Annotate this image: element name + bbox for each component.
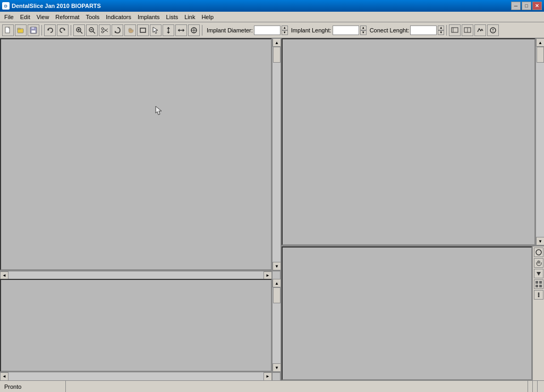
menu-indicators[interactable]: Indicators (103, 13, 134, 21)
svg-rect-2 (18, 28, 20, 29)
new-button[interactable] (2, 24, 14, 36)
tr-scrollbar-v-thumb[interactable] (537, 47, 544, 63)
close-button[interactable]: ✕ (532, 2, 542, 10)
implant-diameter-input[interactable] (254, 25, 280, 35)
svg-marker-40 (537, 272, 541, 276)
menu-edit[interactable]: Edit (17, 13, 33, 21)
tool-down-btn[interactable] (534, 269, 543, 278)
scrollbar-v-thumb[interactable] (273, 47, 280, 63)
select-h-button[interactable] (175, 24, 187, 36)
bl-scrollbar-down-btn[interactable]: ▼ (273, 363, 281, 372)
tool-hand2-btn[interactable] (534, 258, 543, 268)
svg-marker-21 (153, 27, 158, 33)
svg-line-9 (80, 31, 82, 33)
svg-point-47 (538, 296, 539, 297)
top-left-scrollbar-v: ▲ ▼ (272, 38, 280, 270)
status-section-2 (523, 381, 528, 392)
undo-button[interactable] (44, 24, 56, 36)
menu-reformat[interactable]: Reformat (52, 13, 82, 21)
connect-length-input[interactable] (410, 25, 437, 35)
restore-button[interactable]: □ (522, 2, 531, 10)
title-bar-buttons: ─ □ ✕ (511, 2, 542, 10)
top-right-area: ▲ ▼ (282, 38, 544, 246)
hand-button[interactable] (124, 24, 136, 36)
bl-scrollbar-left-btn[interactable]: ◄ (0, 372, 8, 381)
main-content: ▲ ▼ ◄ ► ▲ (0, 38, 544, 380)
connect-length-spin[interactable]: ▲ ▼ (438, 25, 444, 35)
svg-marker-24 (167, 32, 170, 33)
menu-help[interactable]: Help (198, 13, 217, 21)
menu-lists[interactable]: Lists (163, 13, 182, 21)
zoom-in-button[interactable] (73, 24, 85, 36)
redo-button[interactable] (57, 24, 69, 36)
tool-extra-button[interactable] (188, 24, 200, 36)
status-text: Pronto (2, 381, 66, 392)
select-v-button[interactable] (163, 24, 174, 36)
open-button[interactable] (15, 24, 27, 36)
connect-length-up[interactable]: ▲ (438, 25, 444, 30)
svg-rect-20 (140, 28, 146, 32)
toolbar-icon-4[interactable] (487, 24, 499, 36)
menu-file[interactable]: File (1, 13, 17, 21)
implant-length-input[interactable] (333, 25, 359, 35)
implant-length-down[interactable]: ▼ (360, 30, 367, 35)
left-panel: ▲ ▼ ◄ ► ▲ (0, 38, 282, 380)
bl-scrollbar-v-track (273, 287, 280, 363)
rectangle-button[interactable] (137, 24, 149, 36)
toolbar-sep-3 (202, 25, 202, 36)
svg-rect-31 (452, 28, 458, 32)
tool-dot-btn[interactable] (534, 290, 543, 300)
connect-length-down[interactable]: ▼ (438, 30, 444, 35)
scrollbar-down-btn[interactable]: ▼ (273, 262, 281, 270)
tr-scrollbar-up-btn[interactable]: ▲ (536, 38, 544, 47)
implant-length-label: Implant Lenght: (291, 27, 332, 33)
scrollbar-up-btn[interactable]: ▲ (273, 38, 281, 47)
save-button[interactable] (28, 24, 39, 36)
implant-length-spin[interactable]: ▲ ▼ (360, 25, 367, 35)
scissors-button[interactable] (99, 24, 110, 36)
right-panel: ▲ ▼ (282, 38, 544, 380)
menu-view[interactable]: View (33, 13, 53, 21)
top-left-scrollbar-h: ◄ ► (0, 271, 272, 279)
minimize-button[interactable]: ─ (511, 2, 521, 10)
pointer-button[interactable] (150, 24, 162, 36)
implant-diameter-spin[interactable]: ▲ ▼ (282, 25, 288, 35)
bl-scrollbar-up-btn[interactable]: ▲ (273, 279, 281, 287)
status-section-4 (533, 381, 538, 392)
svg-point-16 (101, 31, 104, 33)
top-right-viewport[interactable] (282, 38, 536, 245)
bottom-right-viewport[interactable] (282, 246, 532, 380)
implant-diameter-up[interactable]: ▲ (282, 25, 288, 30)
scrollbar-h-track (8, 271, 264, 279)
bl-scrollbar-right-btn[interactable]: ► (264, 372, 272, 381)
menu-tools[interactable]: Tools (83, 13, 103, 21)
rotate-button[interactable] (112, 24, 123, 36)
right-tools (532, 246, 544, 380)
app-icon: D (2, 2, 10, 10)
bottom-left-viewport[interactable] (0, 279, 272, 372)
menu-implants[interactable]: Implants (134, 13, 163, 21)
svg-rect-44 (539, 285, 542, 287)
svg-marker-38 (156, 106, 162, 115)
implant-diameter-down[interactable]: ▼ (282, 30, 288, 35)
zoom-out-button[interactable] (86, 24, 98, 36)
status-bar: Pronto (0, 380, 544, 392)
toolbar-sep-4 (446, 25, 447, 36)
bl-scrollbar-h-track (8, 372, 264, 380)
toolbar-icon-3[interactable] (474, 24, 486, 36)
svg-rect-41 (536, 281, 538, 284)
tool-grid-btn[interactable] (534, 279, 543, 289)
bottom-left-scrollbar-v: ▲ ▼ (272, 279, 280, 372)
title-bar-text: DentalSlice Jan 2010 BIOPARTS (12, 3, 101, 9)
implant-length-up[interactable]: ▲ (360, 25, 367, 30)
toolbar-icon-2[interactable] (462, 24, 473, 36)
svg-point-39 (536, 250, 541, 255)
tr-scrollbar-down-btn[interactable]: ▼ (536, 237, 544, 245)
menu-link[interactable]: Link (181, 13, 198, 21)
svg-point-37 (492, 31, 494, 32)
toolbar-icon-1[interactable] (449, 24, 461, 36)
top-left-viewport[interactable] (0, 38, 272, 270)
bottom-right-content (282, 246, 532, 380)
tool-circle-btn[interactable] (534, 248, 543, 257)
bl-scrollbar-v-thumb[interactable] (273, 287, 280, 303)
